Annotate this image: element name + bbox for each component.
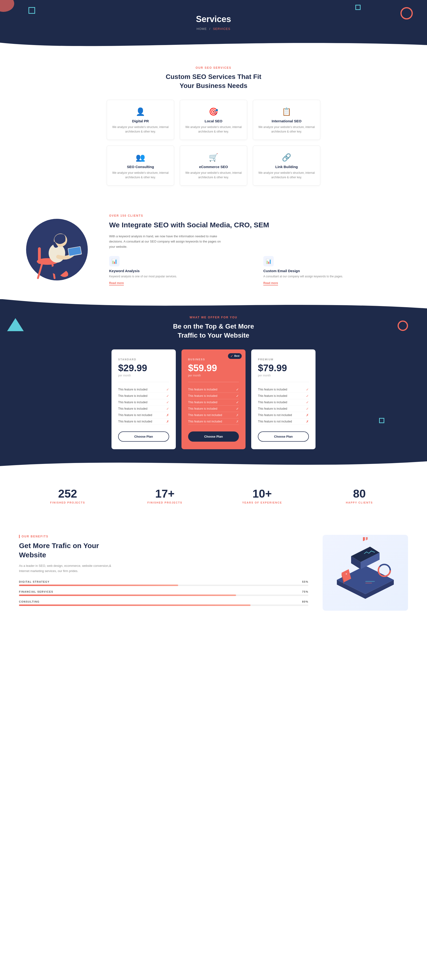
service-name: Link Building [258,165,315,169]
check-icon: ✓ [166,388,169,391]
plan-feature-item: This feature is included ✓ [118,393,169,399]
progress-pct: 75% [302,590,308,593]
hero-title: Services [5,14,422,24]
plan-period: per month [118,374,169,377]
service-desc: We analyze your website's structure, int… [185,171,242,180]
pricing-cards: STANDARD $29.99 per month This feature i… [112,349,315,449]
integrate-feature: 📊 Keyword Analysis Keyword analysis is o… [109,256,254,285]
plan-feature-item: This feature is included ✓ [188,393,239,399]
feature-text: This feature is included [118,388,147,391]
plan-feature-item: This feature is not included ✗ [188,418,239,425]
plan-price: $59.99 [188,363,239,373]
benefits-section: OUR BENEFITS Get More Trafic on Your Web… [0,520,427,630]
service-card: 👤 Digital PR We analyze your website's s… [107,100,174,140]
integrate-feature: 📊 Custom Email Design A consultant at ou… [263,256,408,285]
svg-rect-22 [365,581,375,582]
plan-feature-item: This feature is included ✓ [188,387,239,393]
progress-name: CONSULTING [19,600,40,603]
progress-item: CONSULTING 80% [19,600,308,606]
plan-feature-item: This feature is included ✓ [258,387,309,393]
seo-services-section: OUR SEO SERVICES Custom SEO Services Tha… [0,49,427,200]
service-icon: 👥 [112,153,169,162]
feature-title: Custom Email Design [263,269,408,273]
check-icon: ✓ [306,388,309,391]
seo-title: Custom SEO Services That Fit Your Busine… [19,72,408,90]
progress-label: DIGITAL STRATEGY 55% [19,580,308,583]
progress-bar-fill [19,605,250,606]
deco-teal-square-tl [29,7,35,14]
plan-feature-item: This feature is included ✓ [188,399,239,406]
feature-desc: A consultant at our company will assign … [263,274,408,279]
service-name: International SEO [258,119,315,123]
plan-feature-item: This feature is not included ✗ [118,418,169,425]
service-desc: We analyze your website's structure, int… [112,125,169,134]
seo-label: OUR SEO SERVICES [19,66,408,70]
stat-item: 252 FINISHED PROJECTS [19,487,116,504]
check-icon: ✓ [306,407,309,410]
deco-teal-square-tr [355,5,360,10]
feature-desc: Keyword analysis is one of our most popu… [109,274,254,279]
deco-circle-pink [398,320,408,331]
figure-svg [24,219,90,280]
feature-link[interactable]: Read more [263,282,278,285]
check-icon: ✓ [236,388,239,391]
stat-item: 80 HAPPY CLIENTS [311,487,408,504]
breadcrumb-home[interactable]: HOME [197,27,207,30]
x-icon: ✗ [166,413,169,417]
benefits-label: OUR BENEFITS [19,535,308,538]
check-icon: ✓ [306,400,309,404]
stat-label: FINISHED PROJECTS [121,501,209,504]
plan-badge: ✓ Best [228,353,242,359]
feature-text: This feature is not included [258,420,292,423]
plan-feature-item: This feature is included ✓ [188,406,239,412]
progress-bar-bg [19,595,308,596]
x-icon: ✗ [236,413,239,417]
feature-icon: 📊 [109,256,119,266]
feature-title: Keyword Analysis [109,269,254,273]
progress-name: FINANCIAL SERVICES [19,590,53,593]
pricing-wave-top [0,299,427,313]
pricing-section: WHAT WE OFFER FOR YOU Be on the Top & Ge… [0,299,427,471]
stat-item: 17+ FINISHED PROJECTS [116,487,214,504]
progress-label: CONSULTING 80% [19,600,308,603]
check-icon: ✓ [166,394,169,398]
check-icon: ✓ [236,400,239,404]
integrate-title: We Integrate SEO with Social Media, CRO,… [109,220,408,230]
stat-item: 10+ YEARS OF EXPERIENCE [214,487,311,504]
progress-bar-bg [19,605,308,606]
feature-link[interactable]: Read more [109,282,124,285]
progress-item: DIGITAL STRATEGY 55% [19,580,308,586]
feature-text: This feature is not included [188,420,222,423]
integrate-image [19,219,95,280]
service-name: eCommerce SEO [185,165,242,169]
choose-plan-button[interactable]: Choose Plan [118,431,169,442]
progress-bar-fill [19,595,236,596]
plan-features-list: This feature is included ✓ This feature … [258,387,309,425]
progress-bars: DIGITAL STRATEGY 55% FINANCIAL SERVICES … [19,580,308,606]
stat-number: 10+ [218,487,306,500]
pricing-card: PREMIUM $79.99 per month This feature is… [251,349,315,449]
feature-text: This feature is included [188,394,217,398]
plan-period: per month [188,374,239,377]
svg-rect-14 [366,537,368,540]
stats-section: 252 FINISHED PROJECTS 17+ FINISHED PROJE… [0,471,427,520]
choose-plan-button[interactable]: Choose Plan [258,431,309,442]
pricing-card: STANDARD $29.99 per month This feature i… [112,349,176,449]
integrate-desc: With a keyword analysis in hand, we now … [109,234,223,250]
plan-period: per month [258,374,309,377]
feature-icon: 📊 [263,256,274,266]
choose-plan-button[interactable]: Choose Plan [188,431,239,442]
plan-features-list: This feature is included ✓ This feature … [118,387,169,425]
svg-rect-3 [38,247,41,264]
svg-rect-23 [365,583,372,584]
benefits-image [323,535,408,611]
pricing-label: WHAT WE OFFER FOR YOU [19,316,408,319]
check-icon: ✓ [306,394,309,398]
iso-chart-svg [327,537,403,608]
service-card: 🎯 Local SEO We analyze your website's st… [180,100,247,140]
plan-feature-item: This feature is included ✓ [258,406,309,412]
plan-type: PREMIUM [258,358,309,361]
service-desc: We analyze your website's structure, int… [185,125,242,134]
pricing-card: ✓ Best BUSINESS $59.99 per month This fe… [182,349,246,449]
plan-price: $79.99 [258,363,309,373]
